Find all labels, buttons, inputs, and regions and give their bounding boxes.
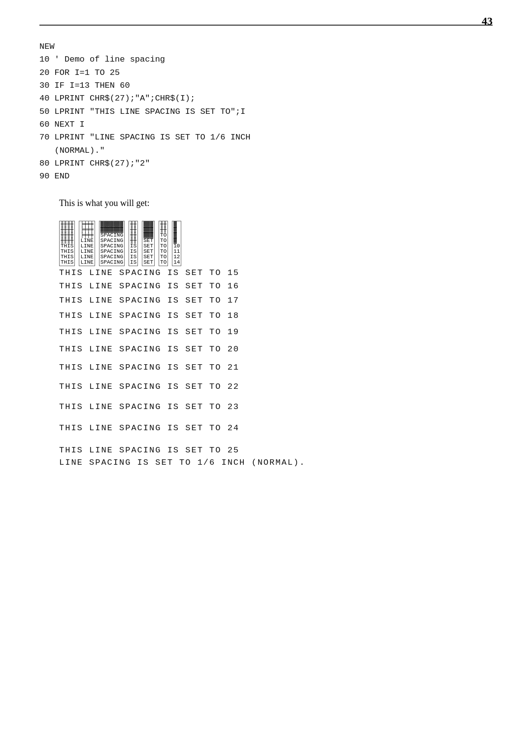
output-line-20: THIS LINE SPACING IS SET TO 20 bbox=[59, 344, 493, 354]
output-line-21: THIS LINE SPACING IS SET TO 21 bbox=[59, 363, 493, 372]
output-lines-container: THIS LINE SPACING IS SET TO 15 THIS LINE… bbox=[59, 268, 493, 467]
output-line-15: THIS LINE SPACING IS SET TO 15 bbox=[59, 268, 493, 277]
page-number: 43 bbox=[482, 15, 493, 28]
output-section: ╫╫╫╫ ╫╫╫╫ ╫╫╫╫ ╫╫╫╫ THIS THIS THIS THIS … bbox=[59, 221, 493, 467]
code-block: NEW 10 ' Demo of line spacing 20 FOR I=1… bbox=[39, 40, 493, 183]
top-rule bbox=[39, 25, 493, 26]
output-line-25: THIS LINE SPACING IS SET TO 25 bbox=[59, 446, 493, 455]
description-text: This is what you will get: bbox=[59, 198, 493, 208]
page-container: 43 NEW 10 ' Demo of line spacing 20 FOR … bbox=[0, 0, 532, 756]
glitch-area: ╫╫╫╫ ╫╫╫╫ ╫╫╫╫ ╫╫╫╫ THIS THIS THIS THIS … bbox=[59, 221, 493, 266]
output-line-17: THIS LINE SPACING IS SET TO 17 bbox=[59, 296, 493, 305]
output-line-normal: LINE SPACING IS SET TO 1/6 INCH (NORMAL)… bbox=[59, 458, 493, 467]
output-line-18: THIS LINE SPACING IS SET TO 18 bbox=[59, 311, 493, 320]
output-line-24: THIS LINE SPACING IS SET TO 24 bbox=[59, 423, 493, 433]
output-line-19: THIS LINE SPACING IS SET TO 19 bbox=[59, 327, 493, 337]
output-line-16: THIS LINE SPACING IS SET TO 16 bbox=[59, 281, 493, 291]
output-line-23: THIS LINE SPACING IS SET TO 23 bbox=[59, 402, 493, 412]
output-line-22: THIS LINE SPACING IS SET TO 22 bbox=[59, 382, 493, 391]
